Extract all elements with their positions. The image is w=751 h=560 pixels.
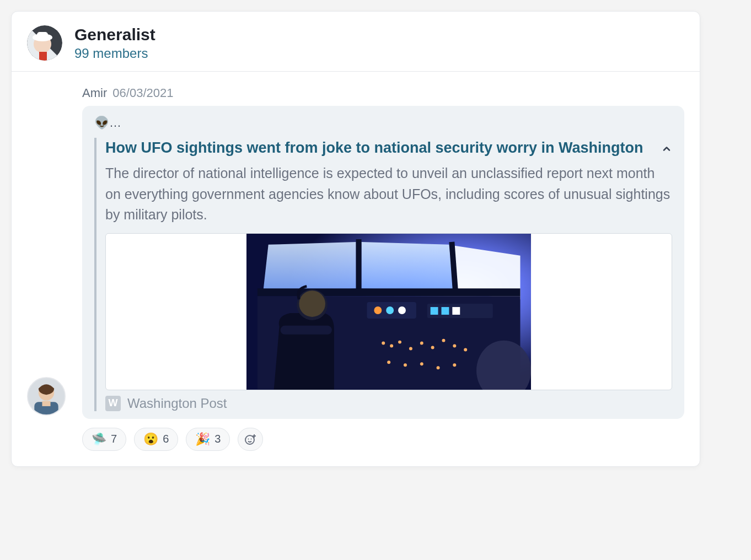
svg-rect-36 — [280, 326, 331, 335]
svg-point-25 — [409, 347, 412, 350]
add-reaction-button[interactable] — [238, 428, 263, 451]
svg-rect-20 — [441, 307, 449, 315]
link-image[interactable] — [105, 233, 672, 390]
svg-point-44 — [245, 435, 254, 444]
svg-point-23 — [390, 344, 393, 348]
post-date: 06/03/2021 — [112, 86, 173, 100]
group-avatar[interactable] — [27, 25, 62, 61]
reaction-chip[interactable]: 🛸 7 — [82, 428, 126, 451]
svg-point-38 — [299, 290, 325, 317]
svg-point-35 — [453, 363, 456, 367]
post-card: Generalist 99 members Amir 06/03/2021 👽…… — [11, 11, 700, 467]
svg-rect-43 — [42, 401, 50, 406]
svg-point-28 — [442, 339, 445, 342]
svg-point-15 — [374, 306, 382, 314]
svg-rect-12 — [258, 288, 521, 296]
post-author[interactable]: Amir — [82, 86, 107, 100]
svg-rect-4 — [37, 32, 48, 39]
reaction-emoji: 🎉 — [195, 433, 210, 445]
reaction-count: 3 — [214, 433, 221, 445]
post-meta: Amir 06/03/2021 — [82, 86, 684, 100]
group-header: Generalist 99 members — [12, 12, 700, 72]
link-description: The director of national intelligence is… — [105, 163, 672, 225]
svg-point-29 — [453, 344, 456, 348]
message-bubble: 👽… How UFO sightings went from joke to n… — [82, 106, 684, 419]
svg-point-24 — [398, 341, 401, 344]
svg-marker-7 — [263, 242, 356, 294]
group-info: Generalist 99 members — [74, 25, 155, 61]
svg-point-33 — [420, 362, 423, 365]
reaction-count: 6 — [163, 433, 169, 445]
link-preview: How UFO sightings went from joke to nati… — [94, 138, 672, 411]
svg-rect-21 — [452, 307, 460, 315]
svg-line-11 — [452, 242, 455, 294]
source-name: Washington Post — [127, 396, 227, 411]
svg-point-16 — [386, 306, 394, 314]
reaction-emoji: 🛸 — [92, 433, 106, 445]
svg-point-26 — [420, 342, 423, 345]
author-avatar[interactable] — [27, 377, 66, 416]
group-title[interactable]: Generalist — [74, 25, 155, 45]
post-body: Amir 06/03/2021 👽… How UFO sightings wen… — [12, 72, 700, 466]
svg-marker-8 — [361, 242, 454, 291]
reaction-chip[interactable]: 🎉 3 — [186, 428, 230, 451]
svg-point-30 — [464, 348, 467, 351]
svg-point-22 — [382, 342, 385, 345]
svg-point-31 — [387, 360, 390, 364]
svg-point-17 — [398, 306, 406, 314]
svg-rect-19 — [430, 307, 438, 315]
link-title[interactable]: How UFO sightings went from joke to nati… — [105, 138, 650, 158]
reaction-count: 7 — [111, 433, 117, 445]
svg-point-34 — [436, 366, 439, 369]
reaction-emoji: 😮 — [143, 433, 158, 445]
svg-rect-5 — [39, 52, 47, 61]
reaction-chip[interactable]: 😮 6 — [134, 428, 178, 451]
svg-point-46 — [251, 438, 252, 439]
svg-point-27 — [431, 346, 434, 349]
add-reaction-icon — [244, 433, 257, 446]
message-text: 👽… — [94, 116, 672, 130]
link-source[interactable]: W Washington Post — [105, 396, 672, 411]
source-badge-icon: W — [105, 396, 121, 411]
collapse-toggle[interactable] — [661, 143, 672, 157]
svg-point-32 — [404, 363, 407, 367]
svg-point-45 — [248, 438, 249, 439]
group-members[interactable]: 99 members — [74, 46, 155, 61]
reactions-bar: 🛸 7 😮 6 🎉 3 — [82, 428, 684, 451]
